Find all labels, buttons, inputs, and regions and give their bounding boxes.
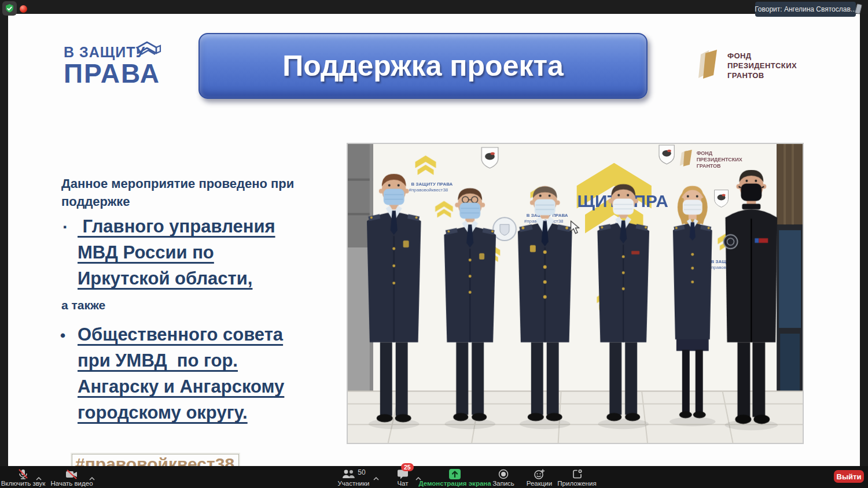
shared-slide: В ЗАЩИТУ ПРАВА Поддержка проекта ФОНД ПР… <box>8 14 860 466</box>
share-screen-button[interactable]: Демонстрация экрана <box>421 468 488 487</box>
apps-label: Приложения <box>557 480 596 487</box>
svg-text:ПРЕЗИДЕНТСКИХ: ПРЕЗИДЕНТСКИХ <box>697 157 742 162</box>
zoom-meeting-window: Вы просматриваете экран Ангелина Святосл… <box>0 0 868 488</box>
bullet-line: при УМВД по гор. <box>78 347 284 374</box>
video-off-icon <box>65 468 78 480</box>
fund-logo-line3: ГРАНТОВ <box>727 71 797 80</box>
record-icon <box>498 469 509 479</box>
apps-button[interactable]: Приложения <box>557 468 597 487</box>
bullet-line: Ангарску и Ангарскому <box>78 374 284 400</box>
chat-unread-badge: 25 <box>401 463 414 471</box>
meeting-toolbar: Включить звук Начать видео <box>0 466 868 488</box>
svg-text:ФОНД: ФОНД <box>697 150 713 156</box>
unmute-chevron[interactable] <box>36 472 42 483</box>
recording-dot-icon <box>20 5 27 13</box>
participants-label: Участники <box>338 480 370 487</box>
bullet-line: Иркутской области, <box>78 265 275 291</box>
apps-icon <box>572 469 583 479</box>
open-book-icon <box>135 40 162 61</box>
svg-text:В ЗАЩИТУ ПРАВА: В ЗАЩИТУ ПРАВА <box>411 182 453 187</box>
support-item-council: Общественного совета при УМВД по гор. Ан… <box>78 321 284 426</box>
photo-floor <box>348 391 803 443</box>
svg-text:#правовойквест38: #правовойквест38 <box>409 187 448 193</box>
reactions-icon <box>534 468 545 479</box>
support-item-mvd: Главного управления МВД России по Иркутс… <box>78 213 275 291</box>
slide-title-banner: Поддержка проекта <box>198 33 648 99</box>
speaker-indicator: Говорит: Ангелина Святослав... <box>755 2 856 17</box>
start-video-button[interactable]: Начать видео <box>49 468 95 487</box>
start-video-chevron[interactable] <box>89 472 95 483</box>
fund-mark-icon <box>697 49 722 80</box>
fund-logo-line2: ПРЕЗИДЕНТСКИХ <box>727 61 797 71</box>
bullet-line: Общественного совета <box>78 321 284 347</box>
participants-button[interactable]: 50 Участники <box>330 468 377 487</box>
bullet-marker: · <box>62 217 68 237</box>
fund-logo-line1: ФОНД <box>727 51 797 61</box>
record-label: Запись <box>492 480 514 487</box>
encryption-shield-icon[interactable] <box>2 1 17 16</box>
shield-check-icon <box>5 3 14 13</box>
leave-button[interactable]: Выйти <box>834 470 864 483</box>
intro-text: Данное мероприятие проведено при поддерж… <box>61 175 294 210</box>
bullet-line: МВД России по <box>78 239 275 265</box>
grants-fund-logo: ФОНД ПРЕЗИДЕНТСКИХ ГРАНТОВ <box>697 49 797 80</box>
intro-line: Данное мероприятие проведено при <box>61 175 294 193</box>
participants-chevron[interactable] <box>373 472 379 483</box>
participants-icon <box>341 469 355 479</box>
bullet-marker: • <box>60 327 65 345</box>
bullet-line: городскому округу. <box>78 400 284 426</box>
share-screen-label: Демонстрация экрана <box>418 480 491 487</box>
participants-count: 50 <box>358 468 365 476</box>
share-screen-icon <box>449 469 461 479</box>
bullet-line: Главного управления <box>78 213 275 239</box>
record-button[interactable]: Запись <box>485 468 522 487</box>
meeting-top-bar <box>0 0 868 14</box>
brand-logo: В ЗАЩИТУ ПРАВА <box>64 44 179 86</box>
svg-text:ГРАНТОВ: ГРАНТОВ <box>697 163 721 169</box>
mic-muted-icon <box>17 468 29 480</box>
chat-label: Чат <box>397 480 408 487</box>
slide-title: Поддержка проекта <box>282 49 564 83</box>
intro-line: поддержке <box>61 193 294 210</box>
slide-photo: В ЗАЩИТУ ПРАВА #правовойквест38 В ЗАЩИТУ… <box>347 143 804 444</box>
brand-logo-line2: ПРАВА <box>64 61 179 86</box>
reactions-label: Реакции <box>527 480 552 487</box>
also-label: а также <box>61 298 105 312</box>
reactions-button[interactable]: Реакции <box>521 468 558 487</box>
start-video-label: Начать видео <box>50 480 93 487</box>
